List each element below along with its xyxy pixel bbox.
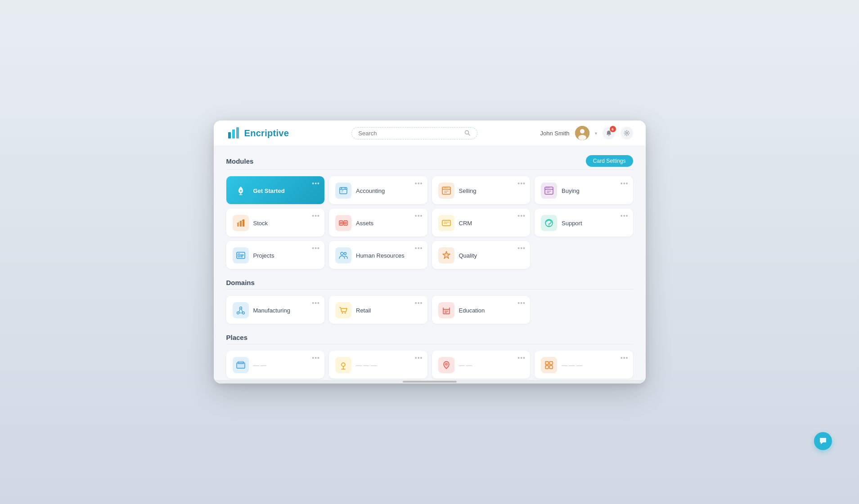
places-grid: ••• — — ••• [226, 351, 633, 379]
place4-label: — — — [562, 362, 582, 369]
svg-rect-1 [232, 129, 235, 138]
manufacturing-icon-wrap [233, 302, 249, 318]
chevron-down-icon[interactable]: ▾ [595, 131, 597, 136]
svg-rect-33 [344, 221, 347, 225]
more-options-icon[interactable]: ••• [621, 354, 629, 361]
search-input[interactable] [358, 130, 461, 137]
place3-icon-wrap [438, 357, 454, 373]
module-card-selling[interactable]: ••• SELL Selling [432, 176, 531, 204]
svg-rect-2 [236, 127, 239, 138]
svg-point-46 [341, 252, 343, 255]
svg-rect-64 [545, 361, 549, 365]
settings-button[interactable] [621, 127, 633, 139]
place-card-2[interactable]: ••• — — — [329, 351, 427, 379]
more-options-icon[interactable]: ••• [415, 299, 423, 307]
module-card-stock[interactable]: ••• Stock [226, 209, 325, 236]
place1-label: — — [253, 362, 267, 369]
more-options-icon[interactable]: ••• [621, 212, 629, 219]
modules-title: Modules [226, 157, 254, 165]
header-right: John Smith ▾ 6 [540, 126, 633, 140]
module-label-buying: Buying [562, 187, 580, 194]
more-options-icon[interactable]: ••• [312, 299, 320, 307]
retail-icon-wrap [335, 302, 351, 318]
notification-button[interactable]: 6 [603, 127, 615, 139]
svg-line-5 [468, 134, 470, 136]
modules-grid: ••• Get Started ••• [226, 176, 633, 269]
more-options-icon[interactable]: ••• [415, 180, 423, 187]
main-content: Modules Card Settings ••• Get [214, 146, 646, 380]
get-started-icon-wrap [233, 183, 249, 199]
logo-icon [226, 126, 241, 140]
projects-icon-wrap [233, 247, 249, 263]
module-label-hr: Human Resources [356, 252, 405, 259]
place-card-1[interactable]: ••• — — [226, 351, 325, 379]
module-card-get-started[interactable]: ••• Get Started [226, 176, 325, 204]
more-options-icon[interactable]: ••• [312, 212, 320, 219]
module-label-crm: CRM [459, 220, 472, 227]
svg-rect-37 [442, 220, 450, 226]
more-options-icon[interactable]: ••• [517, 354, 526, 361]
modules-section-header: Modules Card Settings [226, 155, 633, 170]
place-card-4[interactable]: ••• — — — [535, 351, 633, 379]
more-options-icon[interactable]: ••• [312, 180, 320, 187]
card-settings-button[interactable]: Card Settings [586, 155, 633, 167]
domain-card-manufacturing[interactable]: ••• Manufacturing [226, 296, 325, 324]
svg-point-55 [345, 312, 346, 314]
svg-text:BUY: BUY [546, 187, 550, 189]
module-card-assets[interactable]: ••• Assets [329, 209, 427, 236]
domains-section-header: Domains [226, 279, 633, 290]
places-section-header: Places [226, 334, 633, 344]
more-options-icon[interactable]: ••• [312, 245, 320, 252]
place2-label: — — — [356, 362, 377, 369]
svg-rect-65 [549, 361, 553, 365]
accounting-icon-wrap [335, 183, 351, 199]
app-window: Encriptive John Smith [214, 120, 646, 384]
more-options-icon[interactable]: ••• [621, 180, 629, 187]
scroll-thumb[interactable] [403, 381, 457, 383]
module-card-buying[interactable]: ••• BUY Buying [535, 176, 633, 204]
domain-card-education[interactable]: ••• Education [432, 296, 531, 324]
more-options-icon[interactable]: ••• [415, 354, 423, 361]
svg-point-47 [344, 253, 346, 255]
svg-point-9 [626, 132, 628, 134]
module-label-stock: Stock [253, 220, 268, 227]
notification-badge: 6 [610, 126, 616, 132]
module-label-accounting: Accounting [356, 187, 385, 194]
more-options-icon[interactable]: ••• [415, 212, 423, 219]
domain-label-manufacturing: Manufacturing [253, 307, 290, 314]
svg-line-52 [241, 309, 243, 312]
module-card-support[interactable]: ••• Support [535, 209, 633, 236]
more-options-icon[interactable]: ••• [415, 245, 423, 252]
svg-rect-31 [243, 219, 244, 227]
svg-rect-44 [241, 254, 243, 256]
places-title: Places [226, 334, 248, 341]
module-card-crm[interactable]: ••• CRM [432, 209, 531, 236]
svg-point-50 [239, 307, 242, 309]
more-options-icon[interactable]: ••• [312, 354, 320, 361]
svg-rect-67 [549, 366, 553, 369]
assets-icon-wrap [335, 215, 351, 231]
svg-rect-30 [240, 221, 242, 227]
more-options-icon[interactable]: ••• [517, 245, 526, 252]
module-card-accounting[interactable]: ••• Accounting [329, 176, 427, 204]
support-icon-wrap [541, 215, 557, 231]
svg-point-62 [342, 363, 345, 366]
search-bar[interactable] [351, 127, 477, 139]
domain-card-retail[interactable]: ••• Retail [329, 296, 427, 324]
logo-area: Encriptive [226, 126, 289, 140]
quality-icon-wrap [438, 247, 454, 263]
svg-rect-43 [238, 254, 240, 257]
module-card-quality[interactable]: ••• Quality [432, 241, 531, 269]
more-options-icon[interactable]: ••• [517, 299, 526, 307]
module-card-projects[interactable]: ••• Projects [226, 241, 325, 269]
place-card-3[interactable]: ••• — — [432, 351, 531, 379]
domains-grid: ••• Manufacturing [226, 296, 633, 324]
module-label-assets: Assets [356, 220, 373, 227]
svg-point-7 [580, 129, 585, 134]
place2-icon-wrap [335, 357, 351, 373]
svg-line-51 [239, 309, 240, 312]
more-options-icon[interactable]: ••• [517, 180, 526, 187]
module-card-human-resources[interactable]: ••• Human Resources [329, 241, 427, 269]
more-options-icon[interactable]: ••• [517, 212, 526, 219]
svg-point-41 [549, 226, 549, 227]
